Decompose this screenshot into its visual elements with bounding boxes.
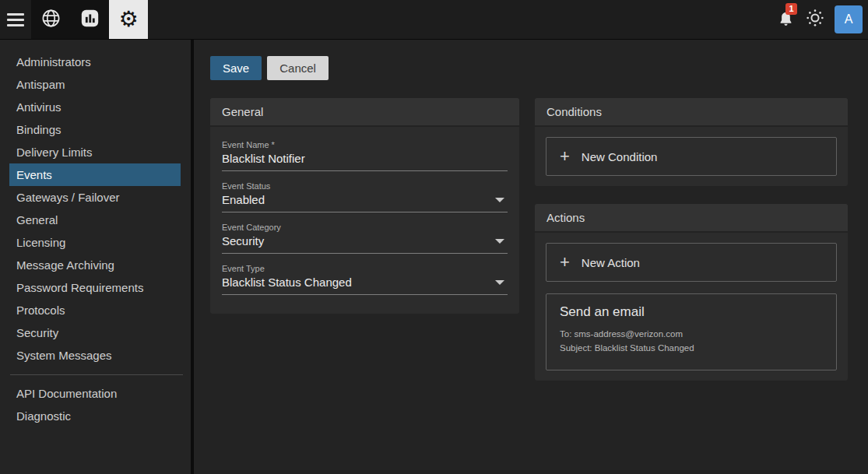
event-category-field[interactable]: Event Category Security xyxy=(222,223,508,254)
settings-sidebar: Administrators Antispam Antivirus Bindin… xyxy=(0,40,194,474)
event-status-label: Event Status xyxy=(222,181,508,191)
topbar-right-actions: 1 A xyxy=(775,0,868,39)
gear-icon: ⚙ xyxy=(118,9,138,30)
action-card-subject-line: Subject: Blacklist Status Changed xyxy=(560,341,823,355)
event-category-select[interactable]: Security xyxy=(222,232,508,254)
chevron-down-icon xyxy=(495,280,504,285)
new-condition-label: New Condition xyxy=(582,150,658,163)
event-type-select[interactable]: Blacklist Status Changed xyxy=(222,273,508,295)
conditions-panel: Conditions + New Condition xyxy=(535,98,848,186)
sidebar-item-gateways-failover[interactable]: Gateways / Failover xyxy=(9,186,181,209)
event-status-field[interactable]: Event Status Enabled xyxy=(222,181,508,212)
event-editor-content: Save Cancel General Event Name * Blackli… xyxy=(194,40,868,474)
sun-icon xyxy=(805,8,825,31)
sidebar-item-licensing[interactable]: Licensing xyxy=(9,231,181,254)
sidebar-item-antivirus[interactable]: Antivirus xyxy=(9,96,181,118)
menu-button[interactable] xyxy=(0,0,31,39)
actions-panel: Actions + New Action Send an email To: s… xyxy=(535,204,848,381)
sidebar-item-password-requirements[interactable]: Password Requirements xyxy=(9,276,181,299)
sidebar-item-system-messages[interactable]: System Messages xyxy=(9,344,181,367)
tab-reports[interactable] xyxy=(70,0,109,39)
event-name-field[interactable]: Event Name * Blacklist Notifier xyxy=(222,140,508,171)
bar-chart-icon xyxy=(79,8,100,32)
cancel-button[interactable]: Cancel xyxy=(267,56,329,80)
sidebar-item-events[interactable]: Events xyxy=(9,163,181,186)
action-card-title: Send an email xyxy=(560,304,823,320)
general-panel-body: Event Name * Blacklist Notifier Event St… xyxy=(210,127,519,314)
required-marker: * xyxy=(272,140,275,149)
send-email-action-card[interactable]: Send an email To: sms-address@verizon.co… xyxy=(546,293,837,370)
general-panel: General Event Name * Blacklist Notifier … xyxy=(210,98,519,314)
save-button[interactable]: Save xyxy=(210,56,262,80)
notification-badge: 1 xyxy=(785,3,797,15)
sidebar-item-protocols[interactable]: Protocols xyxy=(9,299,181,321)
sidebar-item-delivery-limits[interactable]: Delivery Limits xyxy=(9,141,181,163)
plus-icon: + xyxy=(560,254,570,271)
new-condition-button[interactable]: + New Condition xyxy=(546,137,837,176)
general-panel-header: General xyxy=(210,98,519,127)
sidebar-item-diagnostic[interactable]: Diagnostic xyxy=(9,405,181,427)
editor-toolbar: Save Cancel xyxy=(210,56,848,80)
chevron-down-icon xyxy=(495,239,504,244)
general-panel-title: General xyxy=(222,105,263,118)
chevron-down-icon xyxy=(495,198,504,202)
event-type-label: Event Type xyxy=(222,264,508,273)
new-action-label: New Action xyxy=(582,256,640,269)
actions-panel-title: Actions xyxy=(546,211,585,224)
sidebar-item-security[interactable]: Security xyxy=(9,321,181,344)
actions-panel-header: Actions xyxy=(535,204,848,233)
sidebar-item-bindings[interactable]: Bindings xyxy=(9,118,181,141)
event-type-field[interactable]: Event Type Blacklist Status Changed xyxy=(222,264,508,295)
sidebar-item-antispam[interactable]: Antispam xyxy=(9,73,181,96)
new-action-button[interactable]: + New Action xyxy=(546,243,837,282)
conditions-panel-title: Conditions xyxy=(546,105,602,118)
theme-toggle-button[interactable] xyxy=(804,9,826,30)
app-tab-strip: ⚙ xyxy=(31,0,148,39)
panels-row: General Event Name * Blacklist Notifier … xyxy=(210,98,848,381)
conditions-panel-header: Conditions xyxy=(535,98,848,127)
top-bar: ⚙ 1 xyxy=(0,0,868,40)
globe-icon xyxy=(40,8,61,32)
sidebar-item-message-archiving[interactable]: Message Archiving xyxy=(9,254,181,276)
sidebar-item-administrators[interactable]: Administrators xyxy=(9,51,181,73)
conditions-panel-body: + New Condition xyxy=(535,127,848,186)
event-status-select[interactable]: Enabled xyxy=(222,191,508,212)
event-name-label: Event Name * xyxy=(222,140,508,149)
sidebar-item-general[interactable]: General xyxy=(9,209,181,231)
sidebar-divider xyxy=(10,374,183,375)
tab-settings[interactable]: ⚙ xyxy=(109,0,148,39)
sidebar-item-api-documentation[interactable]: API Documentation xyxy=(9,382,181,405)
right-panels-column: Conditions + New Condition Actions xyxy=(535,98,848,381)
event-category-label: Event Category xyxy=(222,223,508,232)
main-layout: Administrators Antispam Antivirus Bindin… xyxy=(0,40,868,474)
tab-domains[interactable] xyxy=(31,0,70,39)
plus-icon: + xyxy=(560,148,570,165)
event-name-input[interactable]: Blacklist Notifier xyxy=(222,149,508,171)
notifications-button[interactable]: 1 xyxy=(775,8,796,31)
hamburger-icon xyxy=(7,13,24,26)
actions-panel-body: + New Action Send an email To: sms-addre… xyxy=(535,233,848,381)
action-card-to-line: To: sms-address@verizon.com xyxy=(560,327,823,341)
avatar[interactable]: A xyxy=(835,5,863,33)
